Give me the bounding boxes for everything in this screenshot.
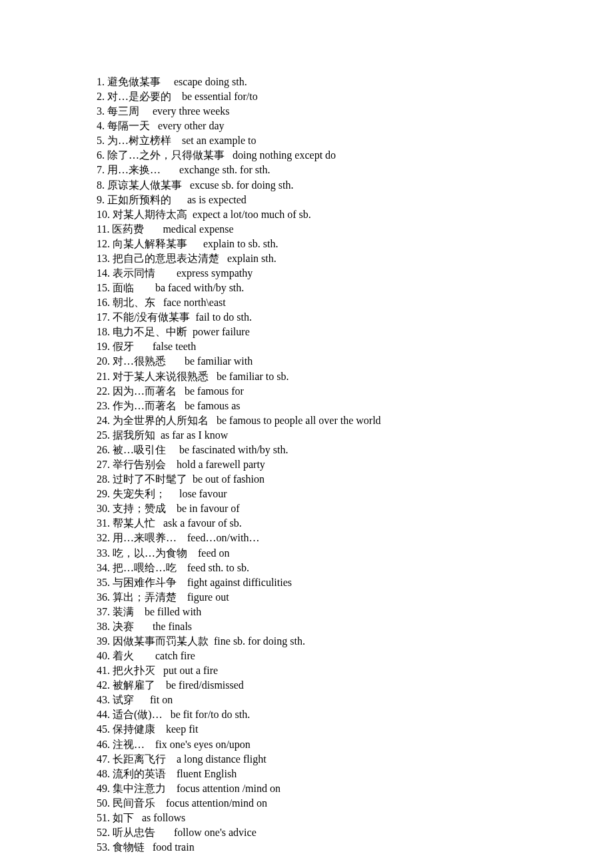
- entry-gap: [155, 429, 161, 441]
- vocab-entry: 16. 朝北、东 face north\east: [97, 295, 613, 310]
- entry-gap: [187, 473, 193, 485]
- entry-gap: [155, 723, 166, 735]
- vocab-entry: 41. 把火扑灭 put out a fire: [97, 663, 613, 678]
- vocab-entry: 1. 避免做某事 escape doing sth.: [97, 75, 613, 89]
- entry-english: follow one's advice: [174, 827, 257, 838]
- entry-chinese: 民间音乐: [113, 797, 155, 809]
- vocab-entry: 21. 对于某人来说很熟悉 be familiar to sb.: [97, 369, 613, 384]
- entry-english: be filled with: [145, 606, 201, 617]
- entry-chinese: 集中注意力: [113, 783, 166, 794]
- vocab-entry: 20. 对…很熟悉 be familiar with: [97, 354, 613, 369]
- entry-number: 35.: [97, 577, 110, 588]
- entry-english: put out a fire: [163, 665, 218, 676]
- vocab-entry: 22. 因为…而著名 be famous for: [97, 384, 613, 399]
- entry-gap: [209, 371, 217, 382]
- entry-number: 13.: [97, 253, 110, 264]
- entry-chinese: 据我所知: [113, 429, 155, 441]
- entry-chinese: 对…很熟悉: [113, 355, 166, 367]
- entry-chinese: 过时了不时髦了: [113, 473, 187, 485]
- entry-gap: [177, 577, 187, 588]
- vocab-entry: 49. 集中注意力 focus attention /mind on: [97, 781, 613, 796]
- entry-english: medical expense: [163, 223, 233, 235]
- entry-chinese: 为…树立榜样: [107, 135, 171, 146]
- entry-gap: [155, 827, 174, 838]
- entry-chinese: 朝北、东: [113, 297, 155, 308]
- entry-gap: [134, 341, 153, 352]
- entry-english: hold a farewell party: [177, 459, 265, 470]
- entry-gap: [134, 650, 155, 661]
- entry-chinese: 试穿: [113, 694, 134, 705]
- entry-gap: [187, 326, 193, 337]
- entry-number: 12.: [97, 238, 110, 249]
- entry-chinese: 流利的英语: [113, 768, 166, 779]
- entry-english: escape doing sth.: [174, 76, 247, 87]
- entry-english: keep fit: [166, 723, 198, 735]
- entry-chinese: 作为…而著名: [113, 400, 177, 411]
- vocab-entry: 3. 每三周 every three weeks: [97, 104, 613, 119]
- vocab-entry: 15. 面临 ba faced with/by sth.: [97, 281, 613, 295]
- entry-number: 47.: [97, 753, 110, 765]
- entry-gap: [144, 223, 163, 235]
- entry-number: 19.: [97, 341, 110, 352]
- entry-english: false teeth: [153, 341, 196, 352]
- entry-chinese: 与困难作斗争: [113, 577, 177, 588]
- entry-gap: [150, 120, 158, 131]
- entry-gap: [219, 253, 227, 264]
- entry-number: 9.: [97, 194, 105, 205]
- entry-english: fail to do sth.: [195, 311, 251, 323]
- entry-number: 17.: [97, 311, 110, 323]
- entry-number: 25.: [97, 429, 110, 441]
- entry-number: 50.: [97, 797, 110, 809]
- entry-number: 28.: [97, 473, 110, 485]
- entry-number: 37.: [97, 606, 110, 617]
- entry-gap: [155, 297, 163, 308]
- entry-gap: [177, 532, 187, 543]
- entry-chinese: 算出；弄清楚: [113, 591, 177, 603]
- entry-english: be familiar to sb.: [217, 371, 289, 382]
- entry-gap: [187, 547, 198, 559]
- entry-chinese: 每隔一天: [107, 120, 150, 131]
- vocab-entry: 17. 不能/没有做某事 fail to do sth.: [97, 310, 613, 325]
- vocab-entry: 46. 注视… fix one's eyes on/upon: [97, 737, 613, 752]
- entry-number: 48.: [97, 768, 110, 779]
- entry-chinese: 着火: [113, 650, 134, 661]
- entry-chinese: 不能/没有做某事: [113, 311, 190, 323]
- entry-number: 4.: [97, 120, 105, 131]
- entry-english: the finals: [153, 621, 192, 632]
- entry-english: feed…on/with…: [187, 532, 259, 543]
- entry-gap: [209, 415, 217, 426]
- entry-gap: [145, 739, 155, 750]
- entry-number: 51.: [97, 812, 110, 823]
- entry-chinese: 表示同情: [113, 267, 155, 279]
- entry-english: set an example to: [182, 135, 257, 146]
- entry-chinese: 如下: [113, 812, 134, 823]
- entry-chinese: 假牙: [113, 341, 134, 352]
- entry-chinese: 长距离飞行: [113, 753, 166, 765]
- entry-number: 7.: [97, 164, 105, 175]
- entry-chinese: 为全世界的人所知名: [113, 415, 209, 426]
- entry-chinese: 注视…: [113, 739, 145, 750]
- entry-gap: [177, 562, 187, 573]
- vocab-entry: 8. 原谅某人做某事 excuse sb. for doing sth.: [97, 178, 613, 193]
- entry-number: 2.: [97, 91, 105, 102]
- entry-gap: [171, 91, 182, 102]
- entry-chinese: 举行告别会: [113, 459, 166, 470]
- entry-gap: [145, 841, 153, 853]
- entry-english: fine sb. for doing sth.: [214, 635, 305, 647]
- entry-gap: [166, 444, 179, 455]
- entry-number: 32.: [97, 532, 110, 543]
- entry-english: be famous to people all over the world: [217, 415, 381, 426]
- entry-english: as is expected: [187, 194, 247, 205]
- entry-chinese: 装满: [113, 606, 134, 617]
- entry-chinese: 失宠失利；: [113, 488, 166, 499]
- entry-number: 5.: [97, 135, 105, 146]
- entry-gap: [171, 194, 187, 205]
- entry-number: 45.: [97, 723, 110, 735]
- entry-gap: [161, 76, 174, 87]
- entry-chinese: 对某人期待太高: [113, 209, 187, 220]
- entry-chinese: 保持健康: [113, 723, 155, 735]
- entry-number: 33.: [97, 547, 110, 559]
- entry-gap: [155, 797, 166, 809]
- vocab-entry: 24. 为全世界的人所知名 be famous to people all ov…: [97, 413, 613, 428]
- vocab-entry: 30. 支持；赞成 be in favour of: [97, 501, 613, 516]
